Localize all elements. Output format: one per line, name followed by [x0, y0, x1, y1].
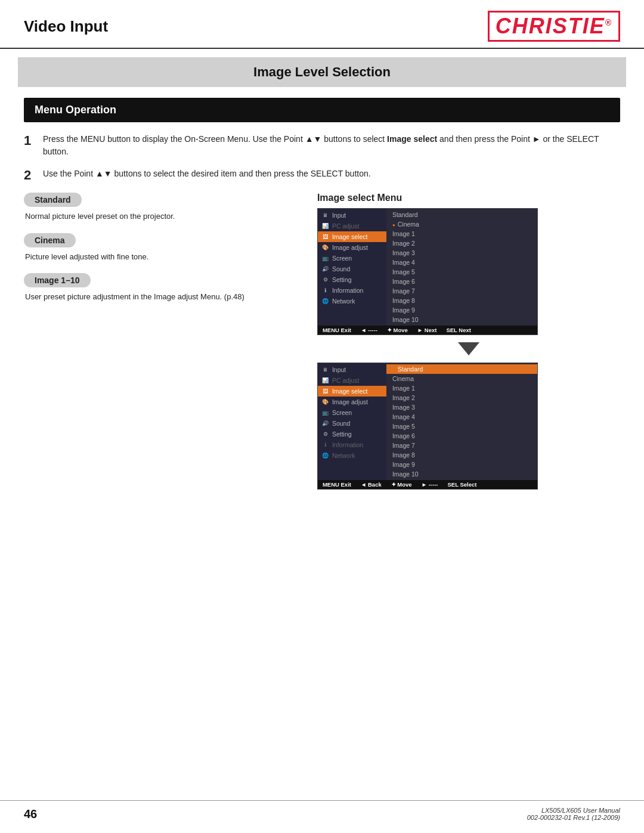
- standard-label: Standard: [24, 193, 82, 207]
- sub2-img1: Image 1: [386, 383, 537, 393]
- osd-item-imageselect: 🖼 Image select: [318, 231, 386, 242]
- sub2-img9: Image 9: [386, 460, 537, 469]
- osd2-network-icon: 🌐: [321, 451, 330, 460]
- page-number: 46: [24, 807, 37, 821]
- osd2-imageadjust-icon: 🎨: [321, 398, 330, 406]
- content-area: 1 Press the MENU button to display the O…: [0, 133, 644, 490]
- input-icon: 🖥: [321, 211, 330, 219]
- page-title: Video Input: [24, 17, 108, 36]
- cinema-desc: Picture level adjusted with fine tone.: [24, 251, 299, 263]
- image-label: Image 1–10: [24, 273, 91, 287]
- osd2-screen-icon: 📺: [321, 408, 330, 417]
- terms-section: Standard Normal picture level preset on …: [24, 193, 299, 314]
- osd-container: 🖥 Input 📊 PC adjust 🖼 Image select: [317, 208, 620, 490]
- standard-term: Standard Normal picture level preset on …: [24, 193, 299, 222]
- sub-img5: Image 5: [386, 267, 537, 277]
- step-2-text: Use the Point ▲▼ buttons to select the d…: [43, 168, 620, 180]
- sub2-cinema: Cinema: [386, 374, 537, 383]
- osd2-item-pcadjust: 📊 PC adjust: [318, 375, 386, 386]
- osd-item-input: 🖥 Input: [318, 210, 386, 221]
- setting-icon: ⚙: [321, 275, 330, 284]
- sub2-img7: Image 7: [386, 441, 537, 450]
- step-2-number: 2: [24, 168, 43, 183]
- osd-screenshot-1: 🖥 Input 📊 PC adjust 🖼 Image select: [317, 208, 538, 335]
- osd-submenu-col-1: Standard Cinema Image 1 Image 2 Image 3 …: [386, 209, 537, 326]
- osd2-pcadjust-icon: 📊: [321, 376, 330, 385]
- footer-doc-line2: 002-000232-01 Rev.1 (12-2009): [527, 814, 620, 821]
- osd-item-setting: ⚙ Setting: [318, 274, 386, 285]
- down-arrow-shape: [458, 342, 479, 355]
- osd-item-sound: 🔊 Sound: [318, 264, 386, 274]
- sub2-img2: Image 2: [386, 393, 537, 402]
- sub-img8: Image 8: [386, 296, 537, 305]
- sub2-img10: Image 10: [386, 469, 537, 479]
- osd2-item-input: 🖥 Input: [318, 364, 386, 375]
- image-select-menu-title: Image select Menu: [317, 193, 620, 203]
- arrow-down: [317, 341, 620, 357]
- osd-submenu-col-2: ● Standard Cinema Image 1 Image 2 Image …: [386, 363, 537, 480]
- osd-screenshot-2: 🖥 Input 📊 PC adjust 🖼 Image select: [317, 363, 538, 490]
- osd2-item-imageadjust: 🎨 Image adjust: [318, 397, 386, 407]
- osd2-input-icon: 🖥: [321, 366, 330, 374]
- osd2-imageselect-icon: 🖼: [321, 387, 330, 395]
- footer-doc-info: LX505/LX605 User Manual 002-000232-01 Re…: [527, 807, 620, 821]
- osd2-item-screen: 📺 Screen: [318, 407, 386, 418]
- cinema-term: Cinema Picture level adjusted with fine …: [24, 233, 299, 263]
- osd-menu-col-2: 🖥 Input 📊 PC adjust 🖼 Image select: [318, 363, 386, 480]
- osd-menu-col-1: 🖥 Input 📊 PC adjust 🖼 Image select: [318, 209, 386, 326]
- sub-img3: Image 3: [386, 248, 537, 258]
- sub-img10: Image 10: [386, 315, 537, 324]
- standard-desc: Normal picture level preset on the proje…: [24, 210, 299, 222]
- sub-img2: Image 2: [386, 239, 537, 248]
- main-two-col: Standard Normal picture level preset on …: [24, 193, 620, 490]
- sub2-img8: Image 8: [386, 450, 537, 460]
- osd-inner-1: 🖥 Input 📊 PC adjust 🖼 Image select: [318, 209, 537, 326]
- sub-img6: Image 6: [386, 277, 537, 286]
- osd2-item-information: ℹ Information: [318, 439, 386, 450]
- pcadjust-icon: 📊: [321, 222, 330, 230]
- osd2-item-network: 🌐 Network: [318, 450, 386, 461]
- osd2-setting-icon: ⚙: [321, 430, 330, 438]
- osd-item-screen: 📺 Screen: [318, 253, 386, 264]
- osd-item-information: ℹ Information: [318, 285, 386, 296]
- menu-operation-label: Menu Operation: [24, 98, 620, 122]
- cinema-label: Cinema: [24, 233, 76, 247]
- osd-inner-2: 🖥 Input 📊 PC adjust 🖼 Image select: [318, 363, 537, 480]
- imageselect-icon: 🖼: [321, 233, 330, 241]
- sub-img1: Image 1: [386, 229, 537, 239]
- imageadjust-icon: 🎨: [321, 243, 330, 252]
- sub2-img5: Image 5: [386, 422, 537, 431]
- osd-item-imageadjust: 🎨 Image adjust: [318, 242, 386, 253]
- step-1-row: 1 Press the MENU button to display the O…: [24, 133, 620, 158]
- section-title: Image Level Selection: [18, 57, 626, 87]
- osd-item-network: 🌐 Network: [318, 296, 386, 306]
- sub-cinema: Cinema: [386, 219, 537, 229]
- information-icon: ℹ: [321, 286, 330, 295]
- osd2-item-sound: 🔊 Sound: [318, 418, 386, 429]
- image-desc: User preset picture adjustment in the Im…: [24, 291, 299, 303]
- screen-icon: 📺: [321, 254, 330, 262]
- sub2-standard: ● Standard: [386, 364, 537, 374]
- sub-img7: Image 7: [386, 286, 537, 296]
- sub-img4: Image 4: [386, 258, 537, 267]
- sound-icon: 🔊: [321, 265, 330, 273]
- network-icon: 🌐: [321, 297, 330, 305]
- sub-img9: Image 9: [386, 305, 537, 315]
- step-1-text: Press the MENU button to display the On-…: [43, 133, 620, 158]
- osd2-information-icon: ℹ: [321, 441, 330, 449]
- christie-logo: CHRISTIE®: [488, 11, 620, 42]
- step-1-number: 1: [24, 133, 43, 148]
- osd-item-pcadjust: 📊 PC adjust: [318, 221, 386, 231]
- osd-footer-2: MENU Exit ◄ Back ✦ Move ► ----- SEL Sele…: [318, 480, 537, 489]
- sub2-img6: Image 6: [386, 431, 537, 441]
- sub-standard: Standard: [386, 210, 537, 219]
- sub2-img3: Image 3: [386, 402, 537, 412]
- osd2-sound-icon: 🔊: [321, 419, 330, 428]
- osd-footer-1: MENU Exit ◄ ----- ✦ Move ► Next SEL Next: [318, 326, 537, 335]
- image-select-area: Image select Menu 🖥 Input 📊 PC adjust: [317, 193, 620, 490]
- osd2-item-imageselect: 🖼 Image select: [318, 386, 386, 397]
- footer-doc-line1: LX505/LX605 User Manual: [527, 807, 620, 814]
- osd2-item-setting: ⚙ Setting: [318, 429, 386, 439]
- step-2-row: 2 Use the Point ▲▼ buttons to select the…: [24, 168, 620, 183]
- sub2-img4: Image 4: [386, 412, 537, 422]
